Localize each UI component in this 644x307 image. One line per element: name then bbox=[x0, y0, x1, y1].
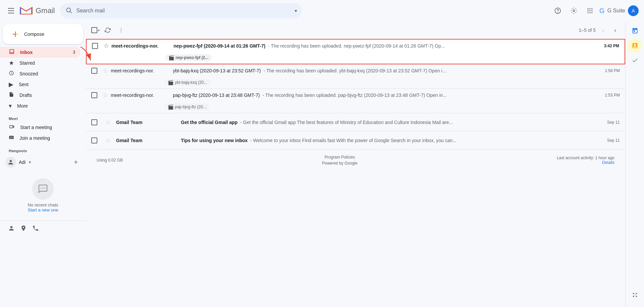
email-checkbox[interactable] bbox=[91, 68, 97, 74]
compose-label: Compose bbox=[24, 32, 44, 37]
sidebar-item-drafts[interactable]: Drafts bbox=[0, 90, 81, 101]
sidebar-item-inbox[interactable]: Inbox 3 bbox=[0, 47, 81, 58]
attachment-icon: 🎬 bbox=[168, 104, 174, 110]
email-preview: - The recording has been uploaded. nep-p… bbox=[267, 43, 445, 49]
email-preview: - Get the official Gmail app The best fe… bbox=[239, 120, 453, 125]
email-row[interactable]: ☆ meet-recordings-nor. pap-bjvg-ftz (202… bbox=[86, 89, 625, 113]
details-link[interactable]: Details bbox=[602, 160, 614, 165]
email-time: Sep 11 bbox=[600, 138, 620, 143]
drafts-icon bbox=[9, 92, 14, 99]
search-dropdown-icon[interactable]: ▾ bbox=[295, 8, 297, 13]
sidebar-item-join-meeting[interactable]: Join a meeting bbox=[0, 133, 81, 143]
compose-button[interactable]: Compose bbox=[3, 24, 83, 44]
svg-point-18 bbox=[121, 32, 121, 32]
hangout-dropdown-icon[interactable]: ▾ bbox=[29, 160, 31, 165]
gsuite-label: G Suite bbox=[607, 8, 625, 14]
sidebar-item-sent[interactable]: ▶ Sent bbox=[0, 79, 81, 90]
join-meeting-icon bbox=[9, 135, 14, 142]
snoozed-icon bbox=[9, 70, 14, 77]
hangout-avatar bbox=[5, 157, 16, 168]
attachment-chip: 🎬 pap-bjvg-ftz (20... bbox=[164, 104, 209, 110]
topbar-right: G G Suite A bbox=[551, 4, 639, 17]
email-star[interactable]: ☆ bbox=[103, 42, 109, 50]
svg-point-10 bbox=[588, 10, 589, 11]
email-row[interactable]: ☆ meet-recordings-nor. ybt-bajq-kxq (202… bbox=[86, 64, 625, 89]
hangout-location-icon[interactable] bbox=[17, 222, 30, 234]
select-dropdown-caret[interactable]: ▾ bbox=[98, 28, 100, 32]
email-checkbox[interactable] bbox=[92, 43, 98, 49]
email-star[interactable]: ☆ bbox=[105, 119, 111, 126]
join-meeting-label: Join a meeting bbox=[19, 135, 50, 141]
next-page-button[interactable]: › bbox=[610, 25, 620, 35]
gsuite-branding: G G Suite bbox=[599, 7, 625, 15]
more-options-button[interactable] bbox=[116, 25, 127, 36]
refresh-button[interactable] bbox=[102, 25, 113, 36]
svg-point-9 bbox=[591, 8, 592, 9]
svg-point-15 bbox=[591, 12, 592, 13]
settings-icon[interactable] bbox=[567, 4, 581, 17]
svg-point-14 bbox=[589, 12, 590, 13]
more-icon: ▾ bbox=[9, 102, 12, 110]
email-row[interactable]: ☆ Gmail Team Get the official Gmail app … bbox=[86, 113, 625, 131]
svg-point-12 bbox=[591, 10, 592, 11]
no-chats-text: No recent chats bbox=[28, 202, 58, 207]
g-logo-icon: G bbox=[599, 7, 605, 15]
hangout-contacts-icon[interactable] bbox=[5, 222, 17, 234]
email-sender: Gmail Team bbox=[116, 138, 178, 143]
start-meeting-icon bbox=[9, 124, 15, 131]
hangout-icons-bar bbox=[0, 221, 86, 236]
pagination: 1–5 of 5 ‹ › bbox=[579, 25, 620, 35]
attachment-icon: 🎬 bbox=[168, 55, 174, 60]
email-checkbox[interactable] bbox=[91, 137, 97, 143]
email-star[interactable]: ☆ bbox=[103, 67, 108, 74]
sidebar: Compose Inbox 3 ★ Starred Snoozed ▶ Sent bbox=[0, 21, 86, 307]
email-row[interactable]: ☆ meet-recordings-nor. nep-pwez-fpf (202… bbox=[86, 39, 625, 64]
apps-icon[interactable] bbox=[583, 4, 597, 17]
hangouts-section-label: Hangouts bbox=[0, 143, 86, 154]
right-sidebar-check-icon[interactable] bbox=[628, 54, 642, 67]
email-subject: Get the official Gmail app bbox=[181, 120, 238, 125]
hangout-phone-icon[interactable] bbox=[30, 222, 42, 234]
select-all-checkbox[interactable] bbox=[91, 27, 97, 33]
sidebar-item-more[interactable]: ▾ More bbox=[0, 101, 81, 111]
email-checkbox[interactable] bbox=[91, 92, 97, 98]
svg-point-7 bbox=[588, 8, 589, 9]
email-star[interactable]: ☆ bbox=[103, 91, 108, 99]
email-sender: meet-recordings-nor. bbox=[111, 43, 174, 49]
email-row[interactable]: ☆ Gmail Team Tips for using your new inb… bbox=[86, 131, 625, 149]
svg-point-11 bbox=[589, 10, 590, 11]
add-hangout-button[interactable]: + bbox=[71, 158, 81, 167]
right-sidebar-expand-icon[interactable] bbox=[628, 288, 642, 302]
sent-label: Sent bbox=[19, 82, 29, 87]
program-policies[interactable]: Program Policies bbox=[325, 155, 355, 160]
help-icon[interactable] bbox=[551, 4, 564, 17]
email-star[interactable]: ☆ bbox=[105, 137, 111, 144]
user-avatar[interactable]: A bbox=[628, 5, 639, 16]
svg-point-6 bbox=[573, 10, 575, 12]
footer: Using 0.02 GB Program Policies Powered b… bbox=[86, 149, 625, 171]
email-time: 1:58 PM bbox=[600, 68, 620, 73]
select-all-group: ▾ bbox=[91, 27, 100, 33]
start-new-link[interactable]: Start a new one bbox=[28, 207, 58, 212]
starred-icon: ★ bbox=[9, 59, 14, 67]
sidebar-item-start-meeting[interactable]: Start a meeting bbox=[0, 122, 81, 133]
hamburger-menu[interactable] bbox=[5, 5, 17, 16]
sidebar-item-starred[interactable]: ★ Starred bbox=[0, 58, 81, 68]
search-input[interactable] bbox=[60, 3, 302, 18]
hangout-user-item[interactable]: Adi ▾ + bbox=[0, 154, 86, 170]
attachment-chip: 🎬 ybt-bajq-kxq (20... bbox=[164, 79, 210, 86]
svg-point-16 bbox=[121, 28, 121, 29]
footer-right: Last account activity: 1 hour ago Detail… bbox=[557, 156, 614, 165]
email-content-col: Tips for using your new inbox - Welcome … bbox=[181, 138, 597, 143]
sent-icon: ▶ bbox=[9, 81, 13, 88]
email-checkbox[interactable] bbox=[91, 119, 97, 125]
prev-page-button[interactable]: ‹ bbox=[598, 25, 608, 35]
right-sidebar-tasks-icon[interactable] bbox=[628, 39, 642, 52]
inbox-label: Inbox bbox=[20, 50, 33, 55]
right-sidebar-calendar-icon[interactable] bbox=[628, 24, 642, 38]
search-bar: ▾ bbox=[60, 3, 302, 18]
sidebar-item-snoozed[interactable]: Snoozed bbox=[0, 68, 81, 79]
email-subject: ybt-bajq-kxq (2020-09-13 at 23:52 GMT-7) bbox=[173, 68, 261, 73]
starred-label: Starred bbox=[19, 60, 35, 66]
right-sidebar bbox=[625, 21, 644, 307]
